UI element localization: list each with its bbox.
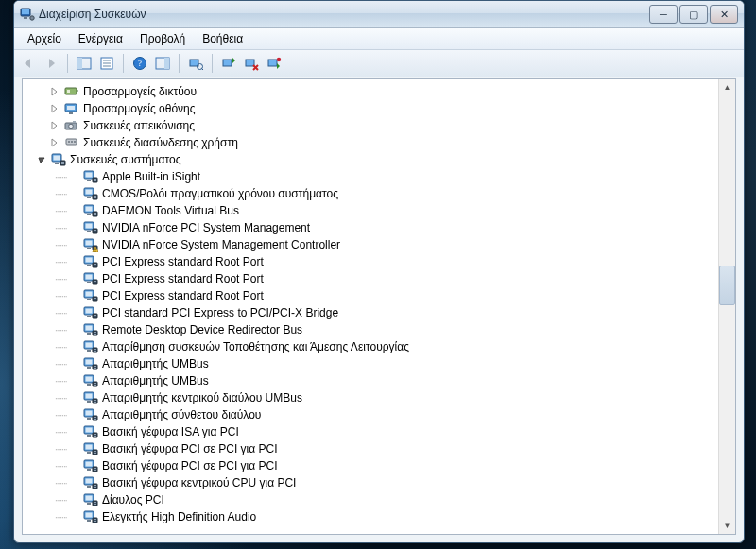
menu-file[interactable]: Αρχείο	[20, 30, 69, 47]
tree-device[interactable]: ·······CMOS/Ρολόι πραγματικού χρόνου συσ…	[23, 185, 735, 202]
svg-rect-95	[93, 314, 97, 318]
svg-rect-82	[87, 282, 91, 283]
tree-device[interactable]: ·······Βασική γέφυρα κεντρικού CPU για P…	[23, 474, 735, 491]
tree-category-open[interactable]: Συσκευές συστήματος	[23, 151, 735, 168]
tree-category[interactable]: Συσκευές διασύνδεσης χρήστη	[23, 134, 735, 151]
svg-rect-103	[94, 334, 96, 335]
expander-icon[interactable]	[49, 86, 60, 97]
tree-device[interactable]: ·······Apple Built-in iSight	[23, 168, 735, 185]
tree-device[interactable]: ·······NVIDIA nForce PCI System Manageme…	[23, 219, 735, 236]
tree-device[interactable]: ·······Βασική γέφυρα PCI σε PCI για PCI	[23, 457, 735, 474]
system-device-icon	[83, 424, 98, 439]
update-driver-button[interactable]	[218, 53, 239, 74]
display-adapter-icon	[64, 101, 79, 116]
tree-device[interactable]: ·······Απαριθμητής UMBus	[23, 372, 735, 389]
scan-hardware-button[interactable]	[185, 53, 206, 74]
properties-button[interactable]	[96, 53, 117, 74]
svg-rect-84	[94, 281, 96, 282]
expander-icon[interactable]	[36, 154, 47, 165]
tree-device[interactable]: ·······Βασική γέφυρα PCI σε PCI για PCI	[23, 440, 735, 457]
tree-device[interactable]: ·······Απαριθμητής κεντρικού διαύλου UMB…	[23, 389, 735, 406]
tree-device[interactable]: ·······PCI Express standard Root Port	[23, 253, 735, 270]
system-device-icon	[83, 288, 98, 303]
tree-category[interactable]: Συσκευές απεικόνισης	[23, 117, 735, 134]
tree-device[interactable]: ·······Ελεγκτής High Definition Audio	[23, 508, 735, 525]
svg-rect-40	[61, 162, 64, 163]
action-pane-button[interactable]	[152, 53, 173, 74]
tree-device[interactable]: ·······PCI Express standard Root Port	[23, 287, 735, 304]
svg-rect-133	[94, 419, 96, 420]
svg-point-22	[277, 58, 281, 61]
menubar: Αρχείο Ενέργεια Προβολή Βοήθεια	[14, 28, 744, 50]
tree-device[interactable]: ·······DAEMON Tools Virtual Bus	[23, 202, 735, 219]
forward-button[interactable]	[41, 53, 61, 74]
vertical-scrollbar[interactable]: ▲ ▼	[718, 79, 735, 534]
tree-category[interactable]: Προσαρμογείς οθόνης	[23, 100, 735, 117]
device-manager-window: Διαχείριση Συσκευών ─ ▢ ✕ Αρχείο Ενέργει…	[13, 0, 745, 543]
svg-rect-124	[87, 401, 91, 403]
tree-device[interactable]: ·······Remote Desktop Device Redirector …	[23, 321, 735, 338]
tree-item-label: Βασική γέφυρα PCI σε PCI για PCI	[102, 459, 278, 472]
tree-device[interactable]: ·······Απαρίθμηση συσκευών Τοποθέτησης κ…	[23, 338, 735, 355]
svg-rect-5	[77, 58, 82, 69]
tree-device[interactable]: ·······Βασική γέφυρα ISA για PCI	[23, 423, 735, 440]
system-device-icon	[83, 203, 98, 218]
close-button[interactable]: ✕	[710, 5, 738, 24]
show-hide-tree-button[interactable]	[74, 53, 94, 74]
svg-rect-68	[87, 248, 91, 249]
titlebar[interactable]: Διαχείριση Συσκευών ─ ▢ ✕	[14, 1, 744, 28]
scroll-up-button[interactable]: ▲	[719, 79, 735, 95]
svg-rect-123	[86, 394, 93, 399]
tree-device[interactable]: ·······Απαριθμητής UMBus	[23, 355, 735, 372]
svg-rect-130	[87, 418, 91, 420]
svg-rect-28	[69, 112, 73, 114]
expander-icon[interactable]	[49, 120, 60, 131]
tree-view[interactable]: Προσαρμογείς δικτύουΠροσαρμογείς οθόνηςΣ…	[22, 78, 736, 535]
tree-device[interactable]: ·······PCI Express standard Root Port	[23, 270, 735, 287]
svg-rect-13	[164, 58, 169, 69]
svg-rect-78	[94, 264, 96, 265]
svg-point-30	[69, 124, 74, 129]
imaging-device-icon	[64, 118, 79, 133]
scan-hardware-icon	[188, 56, 203, 71]
system-device-icon	[83, 390, 98, 405]
menu-help[interactable]: Βοήθεια	[195, 30, 250, 47]
system-device-icon	[83, 492, 98, 507]
help-button[interactable]: ?	[129, 53, 150, 74]
tree-item-label: PCI Express standard Root Port	[102, 289, 264, 302]
tree-device[interactable]: ·······Απαριθμητής σύνθετου διαύλου	[23, 406, 735, 423]
system-device-icon	[83, 475, 98, 490]
system-device-icon	[83, 373, 98, 388]
menu-action[interactable]: Ενέργεια	[71, 30, 130, 47]
menu-view[interactable]: Προβολή	[132, 30, 193, 47]
scroll-thumb[interactable]	[719, 266, 735, 305]
tree-device[interactable]: ·······NVIDIA nForce System Management C…	[23, 236, 735, 253]
tree-device[interactable]: ·······PCI standard PCI Express to PCI/P…	[23, 304, 735, 321]
expander-icon[interactable]	[49, 137, 60, 148]
svg-rect-114	[94, 366, 96, 367]
svg-rect-18	[246, 60, 254, 66]
svg-rect-63	[93, 229, 97, 233]
minimize-button[interactable]: ─	[649, 5, 678, 24]
svg-rect-100	[87, 333, 91, 335]
disable-button[interactable]	[264, 53, 284, 74]
tree-category[interactable]: Προσαρμογείς δικτύου	[23, 83, 735, 100]
svg-rect-46	[94, 179, 96, 180]
svg-rect-17	[223, 60, 232, 66]
uninstall-button[interactable]	[241, 53, 262, 74]
svg-point-3	[30, 16, 34, 20]
svg-line-16	[202, 69, 204, 71]
svg-rect-112	[87, 367, 91, 369]
system-device-icon	[83, 254, 98, 269]
svg-rect-39	[60, 161, 65, 165]
scroll-down-button[interactable]: ▼	[719, 518, 735, 534]
maximize-icon: ▢	[689, 9, 698, 21]
maximize-button[interactable]: ▢	[679, 5, 708, 24]
svg-rect-115	[94, 368, 96, 369]
tree-item-label: Προσαρμογείς δικτύου	[83, 85, 197, 98]
svg-rect-44	[87, 180, 91, 181]
tree-device[interactable]: ·······Δίαυλος PCI	[23, 491, 735, 508]
svg-rect-126	[94, 400, 96, 401]
back-button[interactable]	[18, 53, 39, 74]
expander-icon[interactable]	[49, 103, 60, 114]
